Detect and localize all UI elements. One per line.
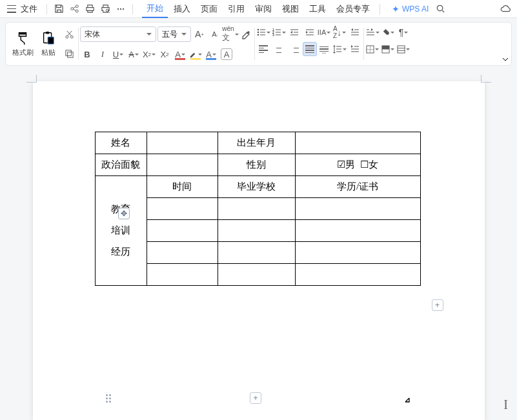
table-drag-handle[interactable] xyxy=(106,394,111,403)
tab-member[interactable]: 会员专享 xyxy=(332,1,374,17)
line-spacing-button[interactable] xyxy=(332,42,347,56)
cell-value[interactable] xyxy=(295,220,420,242)
tab-tools[interactable]: 工具 xyxy=(305,1,330,17)
table-add-row-handle[interactable]: + xyxy=(250,392,261,404)
cell-value[interactable] xyxy=(147,220,218,242)
cell-value[interactable] xyxy=(218,220,295,242)
indent-firstline-button[interactable] xyxy=(348,42,362,56)
svg-point-9 xyxy=(65,35,68,38)
grow-font-button[interactable]: A+ xyxy=(192,27,207,41)
underline-button[interactable]: U xyxy=(111,47,125,61)
tab-view[interactable]: 视图 xyxy=(278,1,303,17)
cell-value[interactable] xyxy=(147,242,218,264)
table-move-handle[interactable]: ✥ xyxy=(118,208,130,219)
cell-label-political[interactable]: 政治面貌 xyxy=(95,154,147,176)
cell-subheader-degree[interactable]: 学历/证书 xyxy=(295,176,420,198)
clear-format-button[interactable] xyxy=(239,27,253,41)
tab-review[interactable]: 审阅 xyxy=(250,1,276,17)
cell-gender-checkboxes[interactable]: ☑男 ☐女 xyxy=(295,154,420,176)
bullet-list-button[interactable] xyxy=(256,25,270,39)
share-icon[interactable] xyxy=(68,3,81,15)
tab-reference[interactable]: 引用 xyxy=(223,1,249,17)
cell-value[interactable] xyxy=(295,198,420,220)
more-quick-menu[interactable]: ⋯ xyxy=(114,3,127,15)
show-marks-button[interactable]: ¶ xyxy=(396,25,411,39)
cell-label-gender[interactable]: 性别 xyxy=(218,154,295,176)
chevron-down-icon xyxy=(342,32,346,34)
table-add-column-handle[interactable]: + xyxy=(432,299,443,311)
number-list-button[interactable]: 123 xyxy=(272,25,286,39)
text-cursor-icon: I xyxy=(503,397,508,412)
cell-value[interactable] xyxy=(218,264,295,286)
cut-button[interactable] xyxy=(61,26,77,42)
align-left-button[interactable] xyxy=(256,42,270,56)
cell-value[interactable] xyxy=(218,242,295,264)
print-icon[interactable] xyxy=(83,3,96,15)
bold-button[interactable]: B xyxy=(80,47,94,61)
svg-point-13 xyxy=(257,29,259,31)
superscript-button[interactable]: X2 xyxy=(142,47,156,61)
font-color-button[interactable]: A xyxy=(173,47,187,61)
table-style-button[interactable] xyxy=(396,42,411,56)
table-row[interactable]: 姓名 出生年月 xyxy=(95,132,420,154)
cell-value[interactable] xyxy=(295,132,420,154)
file-menu[interactable]: 文件 xyxy=(21,3,37,15)
increase-indent-button[interactable] xyxy=(303,25,317,39)
tab-stops-button[interactable] xyxy=(365,25,380,39)
svg-point-0 xyxy=(70,8,73,10)
resume-form-table[interactable]: 姓名 出生年月 政治面貌 性别 ☑男 ☐女 教育培训经历 时间 毕业学校 学历/… xyxy=(95,132,421,286)
format-painter-button[interactable]: 格式刷 xyxy=(10,25,35,63)
font-name-select[interactable]: 宋体 xyxy=(80,26,156,42)
table-row[interactable]: 教育培训经历 时间 毕业学校 学历/证书 xyxy=(95,176,420,198)
shrink-font-button[interactable]: A- xyxy=(208,27,222,41)
character-border-button[interactable]: A xyxy=(221,48,232,60)
cell-value[interactable] xyxy=(295,242,420,264)
shading-button[interactable]: A xyxy=(204,47,218,61)
page[interactable]: ✥ 姓名 出生年月 政治面貌 性别 ☑男 ☐女 教育培训经历 时间 毕业学校 学… xyxy=(33,81,485,420)
wps-ai-button[interactable]: ✦ WPS AI xyxy=(392,4,429,14)
cell-label-birth[interactable]: 出生年月 xyxy=(218,132,295,154)
cell-value[interactable] xyxy=(147,132,218,154)
search-icon[interactable] xyxy=(434,3,447,15)
cell-subheader-school[interactable]: 毕业学校 xyxy=(218,176,295,198)
table-row[interactable]: 政治面貌 性别 ☑男 ☐女 xyxy=(95,154,420,176)
ribbon-collapse-icon[interactable] xyxy=(502,56,509,63)
distribute-text-button[interactable]: ↔ xyxy=(317,42,331,56)
svg-rect-11 xyxy=(65,50,70,55)
tab-start[interactable]: 开始 xyxy=(142,0,168,18)
align-right-button[interactable] xyxy=(287,42,301,56)
cell-value[interactable] xyxy=(147,198,218,220)
cloud-sync-icon[interactable] xyxy=(499,3,512,15)
highlight-button[interactable] xyxy=(188,47,203,61)
cell-value[interactable] xyxy=(295,264,420,286)
text-direction-button[interactable]: IIA xyxy=(317,25,331,39)
align-center-button[interactable] xyxy=(272,42,286,56)
outdent-firstline-button[interactable] xyxy=(348,25,362,39)
cell-label-name[interactable]: 姓名 xyxy=(95,132,147,154)
tab-page[interactable]: 页面 xyxy=(196,1,222,17)
cell-fill-button[interactable] xyxy=(381,42,395,56)
para-shading-button[interactable] xyxy=(381,25,395,39)
cell-value[interactable] xyxy=(147,264,218,286)
font-size-select[interactable]: 五号 xyxy=(157,26,191,42)
sort-button[interactable]: AZ↓ xyxy=(332,25,347,39)
decrease-indent-button[interactable] xyxy=(287,25,301,39)
hamburger-icon[interactable] xyxy=(5,3,18,15)
align-justify-button[interactable] xyxy=(303,42,317,56)
table-resize-handle[interactable] xyxy=(401,394,410,403)
cell-label-education[interactable]: 教育培训经历 xyxy=(95,176,147,286)
subscript-button[interactable]: X2 xyxy=(157,47,172,61)
phonetic-guide-button[interactable]: wén文 xyxy=(223,27,238,41)
cell-subheader-time[interactable]: 时间 xyxy=(147,176,218,198)
italic-button[interactable]: I xyxy=(96,47,110,61)
paste-button[interactable]: 粘贴 xyxy=(35,25,61,63)
cell-value[interactable] xyxy=(147,154,218,176)
copy-button[interactable] xyxy=(61,46,77,61)
print-preview-icon[interactable] xyxy=(99,3,112,15)
borders-button[interactable] xyxy=(365,42,380,56)
save-icon[interactable] xyxy=(52,3,65,15)
strikethrough-button[interactable]: A xyxy=(127,47,141,61)
cell-value[interactable] xyxy=(218,198,295,220)
tab-insert[interactable]: 插入 xyxy=(169,1,195,17)
document-canvas[interactable]: ✥ 姓名 出生年月 政治面貌 性别 ☑男 ☐女 教育培训经历 时间 毕业学校 学… xyxy=(0,72,517,420)
